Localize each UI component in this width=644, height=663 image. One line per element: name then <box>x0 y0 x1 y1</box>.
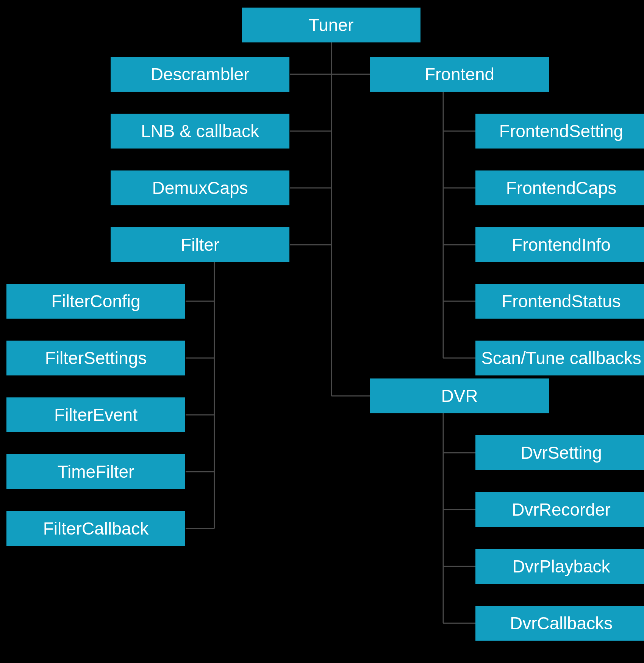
node-frontendcaps: FrontendCaps <box>475 170 644 205</box>
node-tuner: Tuner <box>242 8 420 42</box>
node-filterconfig: FilterConfig <box>6 284 185 319</box>
diagram-stage: Tuner Descrambler LNB & callback DemuxCa… <box>0 0 644 663</box>
node-frontendinfo: FrontendInfo <box>475 227 644 262</box>
node-frontend: Frontend <box>370 57 549 92</box>
node-filterevent: FilterEvent <box>6 397 185 432</box>
node-frontendstatus: FrontendStatus <box>475 284 644 319</box>
node-filtercallback: FilterCallback <box>6 511 185 546</box>
node-dvrcallbacks: DvrCallbacks <box>475 606 644 641</box>
node-descrambler: Descrambler <box>111 57 289 92</box>
node-dvrplayback: DvrPlayback <box>475 549 644 584</box>
node-scantune: Scan/Tune callbacks <box>475 341 644 375</box>
node-demuxcaps: DemuxCaps <box>111 170 289 205</box>
node-filtersettings: FilterSettings <box>6 341 185 375</box>
node-frontendsetting: FrontendSetting <box>475 114 644 149</box>
node-timefilter: TimeFilter <box>6 454 185 489</box>
node-dvrrecorder: DvrRecorder <box>475 492 644 527</box>
node-dvr: DVR <box>370 378 549 413</box>
node-filter: Filter <box>111 227 289 262</box>
node-lnb: LNB & callback <box>111 114 289 149</box>
node-dvrsetting: DvrSetting <box>475 435 644 470</box>
